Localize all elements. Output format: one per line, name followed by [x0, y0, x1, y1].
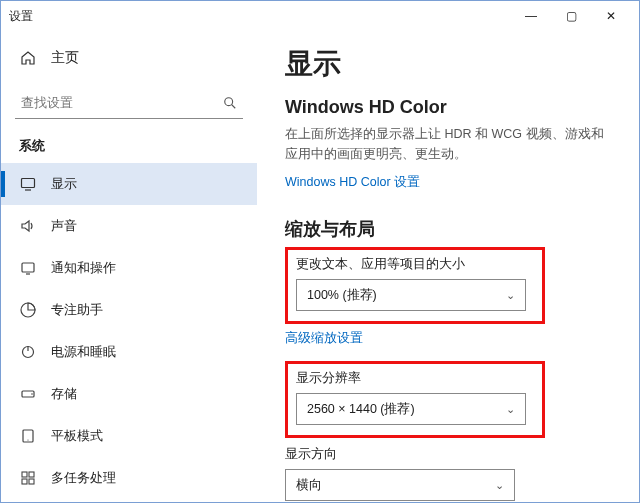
page-title: 显示 [285, 45, 611, 83]
window-controls: — ▢ ✕ [511, 1, 631, 31]
tablet-icon [19, 427, 37, 445]
sidebar-item-sound[interactable]: 声音 [1, 205, 257, 247]
svg-point-11 [27, 439, 28, 440]
sound-icon [19, 217, 37, 235]
svg-rect-4 [22, 263, 34, 272]
content-pane: 显示 Windows HD Color 在上面所选择的显示器上让 HDR 和 W… [257, 31, 639, 502]
svg-rect-15 [29, 479, 34, 484]
sidebar-item-label: 声音 [51, 217, 77, 235]
storage-icon [19, 385, 37, 403]
sidebar-item-label: 多任务处理 [51, 469, 116, 487]
svg-rect-13 [29, 472, 34, 477]
hdcolor-link[interactable]: Windows HD Color 设置 [285, 174, 420, 191]
search-input[interactable] [15, 87, 243, 119]
sidebar-item-label: 通知和操作 [51, 259, 116, 277]
resolution-label: 显示分辨率 [296, 370, 534, 387]
sidebar-item-notifications[interactable]: 通知和操作 [1, 247, 257, 289]
sidebar-item-multitask[interactable]: 多任务处理 [1, 457, 257, 494]
svg-point-9 [31, 393, 33, 395]
sidebar: 主页 系统 显示 声音 通知和操作 [1, 31, 257, 502]
close-button[interactable]: ✕ [591, 1, 631, 31]
svg-point-0 [225, 97, 233, 105]
display-icon [19, 175, 37, 193]
svg-rect-2 [22, 179, 35, 188]
chevron-down-icon: ⌄ [506, 289, 515, 302]
chevron-down-icon: ⌄ [495, 479, 504, 492]
sidebar-item-label: 存储 [51, 385, 77, 403]
orientation-value: 横向 [296, 477, 322, 494]
window-title: 设置 [9, 8, 33, 25]
power-icon [19, 343, 37, 361]
highlight-resolution: 显示分辨率 2560 × 1440 (推荐) ⌄ [285, 361, 545, 438]
sidebar-item-label: 电源和睡眠 [51, 343, 116, 361]
chevron-down-icon: ⌄ [506, 403, 515, 416]
home-label: 主页 [51, 49, 79, 67]
advanced-scale-link[interactable]: 高级缩放设置 [285, 330, 363, 347]
search-field[interactable] [21, 95, 223, 110]
home-icon [19, 49, 37, 67]
orientation-dropdown[interactable]: 横向 ⌄ [285, 469, 515, 501]
svg-line-1 [232, 104, 236, 108]
svg-rect-12 [22, 472, 27, 477]
scale-label: 更改文本、应用等项目的大小 [296, 256, 534, 273]
maximize-button[interactable]: ▢ [551, 1, 591, 31]
sidebar-item-power[interactable]: 电源和睡眠 [1, 331, 257, 373]
sidebar-item-storage[interactable]: 存储 [1, 373, 257, 415]
nav-list: 显示 声音 通知和操作 专注助手 电源和睡眠 [1, 163, 257, 494]
hdcolor-heading: Windows HD Color [285, 97, 611, 118]
notifications-icon [19, 259, 37, 277]
search-icon [223, 96, 237, 110]
sidebar-item-focus[interactable]: 专注助手 [1, 289, 257, 331]
scale-heading: 缩放与布局 [285, 217, 611, 241]
sidebar-item-label: 显示 [51, 175, 77, 193]
home-button[interactable]: 主页 [1, 39, 257, 77]
resolution-value: 2560 × 1440 (推荐) [307, 401, 415, 418]
hdcolor-desc: 在上面所选择的显示器上让 HDR 和 WCG 视频、游戏和应用中的画面更明亮、更… [285, 124, 611, 164]
resolution-dropdown[interactable]: 2560 × 1440 (推荐) ⌄ [296, 393, 526, 425]
scale-dropdown[interactable]: 100% (推荐) ⌄ [296, 279, 526, 311]
sidebar-item-tablet[interactable]: 平板模式 [1, 415, 257, 457]
scale-value: 100% (推荐) [307, 287, 377, 304]
orientation-label: 显示方向 [285, 446, 611, 463]
section-label: 系统 [1, 127, 257, 163]
svg-rect-14 [22, 479, 27, 484]
titlebar: 设置 — ▢ ✕ [1, 1, 639, 31]
sidebar-item-label: 平板模式 [51, 427, 103, 445]
highlight-scale: 更改文本、应用等项目的大小 100% (推荐) ⌄ [285, 247, 545, 324]
multitask-icon [19, 469, 37, 487]
focus-icon [19, 301, 37, 319]
sidebar-item-display[interactable]: 显示 [1, 163, 257, 205]
sidebar-item-label: 专注助手 [51, 301, 103, 319]
minimize-button[interactable]: — [511, 1, 551, 31]
